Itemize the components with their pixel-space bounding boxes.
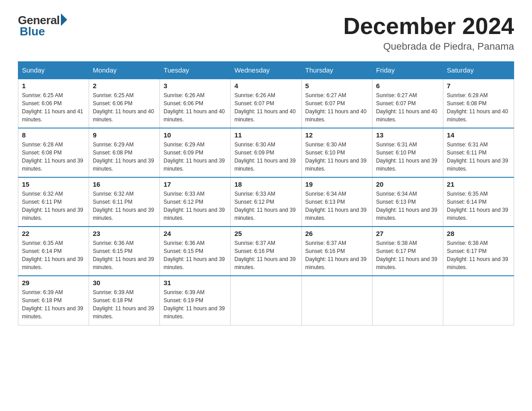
day-info: Sunrise: 6:25 AMSunset: 6:06 PMDaylight:… — [93, 91, 156, 124]
calendar-cell: 4 Sunrise: 6:26 AMSunset: 6:07 PMDayligh… — [231, 79, 301, 128]
day-info: Sunrise: 6:28 AMSunset: 6:08 PMDaylight:… — [22, 141, 85, 173]
day-number: 12 — [305, 131, 369, 139]
day-number: 8 — [22, 131, 85, 139]
day-info: Sunrise: 6:37 AMSunset: 6:16 PMDaylight:… — [305, 239, 369, 271]
day-number: 14 — [447, 131, 510, 139]
day-number: 10 — [163, 131, 227, 139]
calendar-cell: 26 Sunrise: 6:37 AMSunset: 6:16 PMDaylig… — [301, 227, 372, 276]
day-number: 31 — [163, 279, 227, 287]
calendar-cell: 6 Sunrise: 6:27 AMSunset: 6:07 PMDayligh… — [372, 79, 443, 128]
day-info: Sunrise: 6:27 AMSunset: 6:07 PMDaylight:… — [376, 91, 439, 124]
calendar-cell — [372, 276, 443, 325]
day-info: Sunrise: 6:31 AMSunset: 6:10 PMDaylight:… — [376, 141, 439, 173]
day-number: 7 — [447, 82, 510, 90]
calendar-cell: 19 Sunrise: 6:34 AMSunset: 6:13 PMDaylig… — [301, 177, 372, 227]
day-number: 1 — [22, 82, 85, 90]
day-number: 25 — [234, 230, 297, 237]
day-number: 3 — [163, 82, 227, 90]
calendar-cell: 21 Sunrise: 6:35 AMSunset: 6:14 PMDaylig… — [443, 177, 514, 227]
day-info: Sunrise: 6:38 AMSunset: 6:17 PMDaylight:… — [376, 239, 439, 271]
calendar-cell: 2 Sunrise: 6:25 AMSunset: 6:06 PMDayligh… — [89, 79, 160, 128]
week-row-5: 29 Sunrise: 6:39 AMSunset: 6:18 PMDaylig… — [18, 276, 514, 325]
day-info: Sunrise: 6:39 AMSunset: 6:19 PMDaylight:… — [163, 288, 227, 321]
day-info: Sunrise: 6:27 AMSunset: 6:07 PMDaylight:… — [305, 91, 369, 124]
day-number: 28 — [447, 230, 510, 237]
calendar-cell: 7 Sunrise: 6:28 AMSunset: 6:08 PMDayligh… — [443, 79, 514, 128]
calendar-cell: 23 Sunrise: 6:36 AMSunset: 6:15 PMDaylig… — [89, 227, 160, 276]
day-info: Sunrise: 6:33 AMSunset: 6:12 PMDaylight:… — [163, 190, 227, 222]
day-info: Sunrise: 6:36 AMSunset: 6:15 PMDaylight:… — [93, 239, 156, 271]
calendar-table: SundayMondayTuesdayWednesdayThursdayFrid… — [18, 61, 514, 325]
day-info: Sunrise: 6:31 AMSunset: 6:11 PMDaylight:… — [447, 141, 510, 173]
day-info: Sunrise: 6:26 AMSunset: 6:07 PMDaylight:… — [234, 91, 297, 124]
header-cell-wednesday: Wednesday — [231, 62, 301, 79]
day-number: 13 — [376, 131, 439, 139]
calendar-body: 1 Sunrise: 6:25 AMSunset: 6:06 PMDayligh… — [18, 79, 514, 325]
day-info: Sunrise: 6:29 AMSunset: 6:09 PMDaylight:… — [163, 141, 227, 173]
calendar-cell: 1 Sunrise: 6:25 AMSunset: 6:06 PMDayligh… — [18, 79, 89, 128]
day-info: Sunrise: 6:30 AMSunset: 6:10 PMDaylight:… — [305, 141, 369, 173]
calendar-cell: 28 Sunrise: 6:38 AMSunset: 6:17 PMDaylig… — [443, 227, 514, 276]
day-info: Sunrise: 6:36 AMSunset: 6:15 PMDaylight:… — [163, 239, 227, 271]
calendar-cell: 14 Sunrise: 6:31 AMSunset: 6:11 PMDaylig… — [443, 128, 514, 177]
day-number: 19 — [305, 180, 369, 188]
header-cell-friday: Friday — [372, 62, 443, 79]
day-number: 2 — [93, 82, 156, 90]
day-number: 18 — [234, 180, 297, 188]
day-number: 11 — [234, 131, 297, 139]
day-number: 16 — [93, 180, 156, 188]
day-number: 22 — [22, 230, 85, 237]
location-text: Quebrada de Piedra, Panama — [343, 41, 514, 52]
header-cell-sunday: Sunday — [18, 62, 89, 79]
calendar-cell: 10 Sunrise: 6:29 AMSunset: 6:09 PMDaylig… — [160, 128, 231, 177]
calendar-cell: 5 Sunrise: 6:27 AMSunset: 6:07 PMDayligh… — [301, 79, 372, 128]
header-cell-thursday: Thursday — [301, 62, 372, 79]
calendar-cell: 20 Sunrise: 6:34 AMSunset: 6:13 PMDaylig… — [372, 177, 443, 227]
calendar-cell: 11 Sunrise: 6:30 AMSunset: 6:09 PMDaylig… — [231, 128, 301, 177]
day-info: Sunrise: 6:35 AMSunset: 6:14 PMDaylight:… — [22, 239, 85, 271]
day-number: 21 — [447, 180, 510, 188]
calendar-cell: 24 Sunrise: 6:36 AMSunset: 6:15 PMDaylig… — [160, 227, 231, 276]
calendar-cell: 27 Sunrise: 6:38 AMSunset: 6:17 PMDaylig… — [372, 227, 443, 276]
day-number: 30 — [93, 279, 156, 287]
day-info: Sunrise: 6:37 AMSunset: 6:16 PMDaylight:… — [234, 239, 297, 271]
day-number: 5 — [305, 82, 369, 90]
day-number: 24 — [163, 230, 227, 237]
calendar-cell — [231, 276, 301, 325]
day-info: Sunrise: 6:38 AMSunset: 6:17 PMDaylight:… — [447, 239, 510, 271]
day-info: Sunrise: 6:25 AMSunset: 6:06 PMDaylight:… — [22, 91, 85, 124]
day-info: Sunrise: 6:34 AMSunset: 6:13 PMDaylight:… — [305, 190, 369, 222]
title-area: December 2024 Quebrada de Piedra, Panama — [343, 13, 514, 52]
day-info: Sunrise: 6:39 AMSunset: 6:18 PMDaylight:… — [22, 288, 85, 321]
calendar-cell: 3 Sunrise: 6:26 AMSunset: 6:06 PMDayligh… — [160, 79, 231, 128]
day-number: 23 — [93, 230, 156, 237]
header-cell-monday: Monday — [89, 62, 160, 79]
day-number: 15 — [22, 180, 85, 188]
calendar-cell: 9 Sunrise: 6:29 AMSunset: 6:08 PMDayligh… — [89, 128, 160, 177]
day-info: Sunrise: 6:35 AMSunset: 6:14 PMDaylight:… — [447, 190, 510, 222]
logo-blue-text: Blue — [20, 25, 45, 39]
day-number: 4 — [234, 82, 297, 90]
calendar-cell: 18 Sunrise: 6:33 AMSunset: 6:12 PMDaylig… — [231, 177, 301, 227]
week-row-4: 22 Sunrise: 6:35 AMSunset: 6:14 PMDaylig… — [18, 227, 514, 276]
day-number: 9 — [93, 131, 156, 139]
calendar-cell: 8 Sunrise: 6:28 AMSunset: 6:08 PMDayligh… — [18, 128, 89, 177]
calendar-cell: 31 Sunrise: 6:39 AMSunset: 6:19 PMDaylig… — [160, 276, 231, 325]
calendar-cell: 25 Sunrise: 6:37 AMSunset: 6:16 PMDaylig… — [231, 227, 301, 276]
logo-arrow-icon — [61, 13, 67, 26]
calendar-cell: 29 Sunrise: 6:39 AMSunset: 6:18 PMDaylig… — [18, 276, 89, 325]
day-info: Sunrise: 6:30 AMSunset: 6:09 PMDaylight:… — [234, 141, 297, 173]
day-info: Sunrise: 6:39 AMSunset: 6:18 PMDaylight:… — [93, 288, 156, 321]
month-title: December 2024 — [343, 13, 514, 39]
day-number: 20 — [376, 180, 439, 188]
week-row-1: 1 Sunrise: 6:25 AMSunset: 6:06 PMDayligh… — [18, 79, 514, 128]
calendar-cell: 30 Sunrise: 6:39 AMSunset: 6:18 PMDaylig… — [89, 276, 160, 325]
calendar-cell: 17 Sunrise: 6:33 AMSunset: 6:12 PMDaylig… — [160, 177, 231, 227]
header-cell-saturday: Saturday — [443, 62, 514, 79]
calendar-cell — [301, 276, 372, 325]
day-info: Sunrise: 6:28 AMSunset: 6:08 PMDaylight:… — [447, 91, 510, 124]
header-cell-tuesday: Tuesday — [160, 62, 231, 79]
day-info: Sunrise: 6:32 AMSunset: 6:11 PMDaylight:… — [22, 190, 85, 222]
calendar-cell: 13 Sunrise: 6:31 AMSunset: 6:10 PMDaylig… — [372, 128, 443, 177]
week-row-2: 8 Sunrise: 6:28 AMSunset: 6:08 PMDayligh… — [18, 128, 514, 177]
